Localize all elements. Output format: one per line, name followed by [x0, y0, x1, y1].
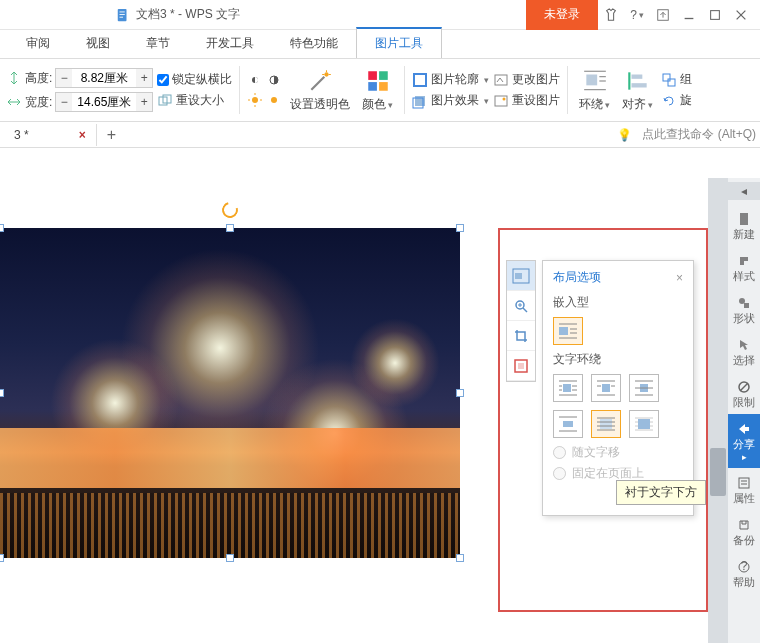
wrap-front[interactable]	[629, 410, 659, 438]
width-inc[interactable]: +	[136, 93, 152, 111]
color-button[interactable]: 颜色▾	[358, 66, 397, 115]
handle-br[interactable]	[456, 554, 464, 562]
sidebar-help[interactable]: ?帮助	[728, 552, 760, 594]
sun2-icon[interactable]	[266, 92, 282, 108]
scrollbar-track[interactable]	[708, 178, 728, 643]
sidebar-select[interactable]: 选择	[728, 330, 760, 372]
svg-rect-2	[120, 14, 125, 15]
reset-size-icon	[157, 93, 173, 109]
radio-move-with-text: 随文字移	[553, 444, 683, 461]
mini-zoom-icon[interactable]	[507, 291, 535, 321]
mini-layout-icon[interactable]	[507, 261, 535, 291]
handle-l[interactable]	[0, 389, 4, 397]
mini-frame-icon[interactable]	[507, 351, 535, 381]
sidebar-style[interactable]: 样式	[728, 246, 760, 288]
help-button[interactable]: ?▾	[624, 0, 650, 30]
group-button[interactable]: 组	[680, 71, 692, 88]
svg-rect-31	[586, 74, 597, 85]
handle-t[interactable]	[226, 224, 234, 232]
lock-ratio-checkbox[interactable]	[157, 74, 169, 86]
tab-features[interactable]: 特色功能	[272, 29, 356, 58]
layout-options-panel: 布局选项 × 嵌入型 文字环绕 随文字移 固定在页面上 查看更多...	[542, 260, 694, 516]
maximize-button[interactable]	[702, 0, 728, 30]
wrap-button[interactable]: 环绕▾	[575, 66, 614, 115]
command-search[interactable]: 点此查找命令 (Alt+Q)	[642, 126, 756, 143]
collapse-sidebar-icon[interactable]: ◂	[728, 182, 760, 200]
sidebar-new[interactable]: 新建	[728, 204, 760, 246]
doc-tab[interactable]: 3 *×	[4, 124, 97, 146]
svg-rect-51	[518, 363, 524, 369]
change-pic-button[interactable]: 更改图片	[512, 71, 560, 88]
sun-icon[interactable]	[247, 92, 263, 108]
effect-icon	[412, 93, 428, 109]
upload-icon[interactable]	[650, 0, 676, 30]
height-dec[interactable]: −	[56, 69, 72, 87]
width-input[interactable]	[72, 93, 136, 111]
reset-pic-button[interactable]: 重设图片	[512, 92, 560, 109]
contrast-icon[interactable]	[266, 72, 282, 88]
height-input[interactable]	[72, 69, 136, 87]
wrap-icon	[582, 68, 608, 94]
svg-rect-74	[563, 421, 573, 427]
rotate-button[interactable]: 旋	[680, 92, 692, 109]
mini-crop-icon[interactable]	[507, 321, 535, 351]
wrap-square[interactable]	[553, 374, 583, 402]
svg-point-14	[252, 97, 258, 103]
svg-text:?: ?	[741, 560, 748, 573]
svg-rect-3	[120, 16, 124, 17]
height-inc[interactable]: +	[136, 69, 152, 87]
close-tab-icon[interactable]: ×	[79, 128, 86, 142]
height-spinner[interactable]: − +	[55, 68, 153, 88]
wrap-inline[interactable]	[553, 317, 583, 345]
inline-section-label: 嵌入型	[553, 294, 683, 311]
document-tabs: 3 *× + 💡 点此查找命令 (Alt+Q)	[0, 122, 760, 148]
svg-point-19	[271, 97, 277, 103]
reset-size-label[interactable]: 重设大小	[176, 92, 224, 109]
wrap-tight[interactable]	[591, 374, 621, 402]
pic-outline-button[interactable]: 图片轮廓	[431, 71, 479, 88]
handle-r[interactable]	[456, 389, 464, 397]
sidebar-property[interactable]: 属性	[728, 468, 760, 510]
handle-tr[interactable]	[456, 224, 464, 232]
width-dec[interactable]: −	[56, 93, 72, 111]
sidebar-backup[interactable]: 备份	[728, 510, 760, 552]
width-label: 宽度:	[25, 94, 52, 111]
wrap-topbottom[interactable]	[553, 410, 583, 438]
sidebar-share[interactable]: 分享▸	[728, 414, 760, 468]
selected-image[interactable]	[0, 228, 460, 558]
align-button[interactable]: 对齐▾	[618, 66, 657, 115]
scrollbar-thumb[interactable]	[710, 448, 726, 496]
tab-view[interactable]: 视图	[68, 29, 128, 58]
close-button[interactable]	[728, 0, 754, 30]
width-spinner[interactable]: − +	[55, 92, 153, 112]
svg-rect-38	[631, 83, 646, 87]
change-pic-icon	[493, 72, 509, 88]
tab-review[interactable]: 审阅	[8, 29, 68, 58]
svg-point-20	[325, 72, 329, 76]
outline-icon	[412, 72, 428, 88]
minimize-button[interactable]	[676, 0, 702, 30]
align-icon	[625, 68, 651, 94]
set-transparent-button[interactable]: 设置透明色	[286, 66, 354, 115]
skin-icon[interactable]	[598, 0, 624, 30]
pic-effect-button[interactable]: 图片效果	[431, 92, 479, 109]
wrap-behind[interactable]	[591, 410, 621, 438]
tab-devtools[interactable]: 开发工具	[188, 29, 272, 58]
svg-rect-86	[740, 213, 748, 225]
wand-icon	[307, 68, 333, 94]
tab-picture-tools[interactable]: 图片工具	[356, 27, 442, 58]
wrap-through[interactable]	[629, 374, 659, 402]
brightness-icon[interactable]	[247, 72, 263, 88]
tab-chapter[interactable]: 章节	[128, 29, 188, 58]
sidebar-shape[interactable]: 形状	[728, 288, 760, 330]
svg-rect-6	[711, 10, 720, 19]
layout-panel-close[interactable]: ×	[676, 271, 683, 285]
svg-line-90	[740, 383, 748, 391]
handle-bl[interactable]	[0, 554, 4, 562]
sidebar-limit[interactable]: 限制	[728, 372, 760, 414]
rotate-handle[interactable]	[219, 199, 241, 221]
handle-tl[interactable]	[0, 224, 4, 232]
new-tab-button[interactable]: +	[97, 126, 126, 144]
handle-b[interactable]	[226, 554, 234, 562]
login-button[interactable]: 未登录	[526, 0, 598, 30]
